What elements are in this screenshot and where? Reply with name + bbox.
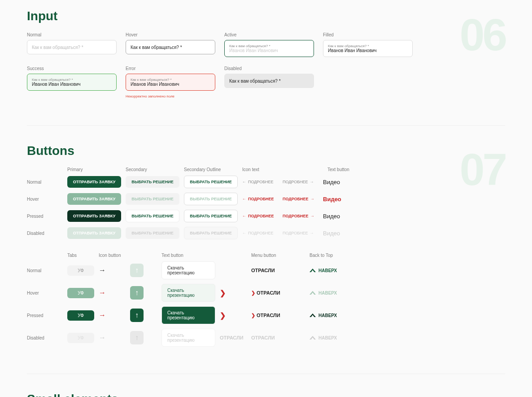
secondary-button[interactable]: ВЫБРАТЬ РЕШЕНИЕ (126, 193, 179, 205)
arrow-icon: → (99, 334, 126, 342)
section-title-input: Input (27, 9, 505, 23)
input-state-label: Normal (27, 32, 117, 37)
input-state-label: Error (126, 66, 215, 71)
section-title-buttons: Buttons (27, 144, 505, 158)
menu-button[interactable]: ОТРАСЛИ (251, 290, 305, 296)
icon-text-left[interactable]: ← ПОДРОБНЕЕ (242, 214, 278, 218)
input-state-label: Filled (323, 32, 413, 37)
icon-text-left[interactable]: ← ПОДРОБНЕЕ (242, 180, 278, 184)
tab-button[interactable]: УФ (67, 310, 94, 321)
tab-button[interactable]: УФ (67, 265, 94, 276)
back-to-top[interactable]: НАВЕРХ (310, 268, 363, 273)
row-label: Normal (27, 180, 63, 185)
section-title-small: Small elements (27, 392, 505, 397)
back-to-top: НАВЕРХ (310, 335, 363, 340)
input-success[interactable]: Как к вам обращаться? *Иванов Иван Ивано… (27, 74, 117, 91)
square-up-button[interactable]: ↑ (130, 286, 144, 300)
menu-button: ОТРАСЛИ (220, 335, 247, 340)
arrow-icon[interactable]: → (99, 311, 126, 319)
chevron-up-icon (310, 336, 316, 340)
col-header-menu: Menu button (251, 253, 305, 258)
row-label: Pressed (27, 214, 63, 219)
col-header-text: Text button (327, 167, 363, 172)
text-button: Видео (323, 230, 359, 237)
menu-chevron-icon: ❯ (220, 311, 247, 320)
icon-text-right: ПОДРОБНЕЕ → (283, 231, 318, 235)
col-header-icon: Icon text (242, 167, 323, 172)
text-button[interactable]: Видео (323, 196, 359, 203)
input-filled[interactable]: Как к вам обращаться? *Иванов Иван Ивано… (323, 40, 413, 57)
back-to-top[interactable]: НАВЕРХ (310, 291, 363, 296)
chevron-up-icon (310, 269, 316, 272)
input-state-label: Disabled (224, 66, 314, 71)
row-label: Disabled (27, 335, 63, 340)
row-label: Hover (27, 291, 63, 296)
row-label: Pressed (27, 313, 63, 318)
download-button[interactable]: Скачать презентацию (161, 261, 215, 279)
row-label: Disabled (27, 231, 63, 236)
section-number: 07 (460, 144, 505, 195)
divider (27, 374, 505, 374)
download-button: Скачать презентацию (161, 329, 215, 347)
square-up-button[interactable]: ↑ (130, 264, 144, 277)
input-active[interactable]: Как к вам обращаться? *Иванов Иван Ивано… (224, 40, 314, 57)
arrow-icon[interactable]: → (99, 289, 126, 297)
col-header-back: Back to Top (310, 253, 363, 258)
divider (27, 125, 505, 126)
input-hover[interactable]: Как к вам обращаться? * (126, 40, 215, 54)
square-up-button[interactable]: ↑ (130, 309, 144, 322)
input-disabled: Как к вам обращаться? * (224, 74, 314, 88)
col-header-textbtn: Text button (161, 253, 215, 258)
icon-text-left[interactable]: ← ПОДРОБНЕЕ (242, 197, 278, 201)
arrow-icon[interactable]: → (99, 266, 126, 274)
input-normal[interactable]: Как к вам обращаться? * (27, 40, 117, 54)
input-error[interactable]: Как к вам обращаться? *Иванов Иван Ивано… (126, 74, 215, 91)
download-button[interactable]: Скачать презентацию (161, 306, 215, 324)
input-error-msg: Некорректно заполнено поле (126, 94, 215, 98)
outline-button[interactable]: ВЫБРАТЬ РЕШЕНИЕ (184, 193, 238, 205)
icon-text-right[interactable]: ПОДРОБНЕЕ → (283, 180, 318, 184)
chevron-up-icon (310, 291, 316, 295)
input-state-label: Active (224, 32, 314, 37)
tab-button: УФ (67, 333, 94, 343)
tab-button[interactable]: УФ (67, 288, 94, 298)
menu-button[interactable]: ОТРАСЛИ (251, 313, 305, 318)
primary-button[interactable]: ОТПРАВИТЬ ЗАЯВКУ (67, 210, 121, 222)
section-input: 06 Input Normal Как к вам обращаться? * … (27, 9, 505, 98)
menu-button: ОТРАСЛИ (251, 335, 305, 340)
section-buttons: 07 Buttons Primary Secondary Secondary O… (27, 144, 505, 347)
primary-button[interactable]: ОТПРАВИТЬ ЗАЯВКУ (67, 193, 121, 205)
text-button[interactable]: Видео (323, 213, 359, 220)
col-header-secondary: Secondary (126, 167, 179, 172)
text-button[interactable]: Видео (323, 179, 359, 185)
primary-button[interactable]: ОТПРАВИТЬ ЗАЯВКУ (67, 176, 121, 188)
menu-button[interactable]: ОТРАСЛИ (251, 268, 305, 273)
icon-text-right[interactable]: ПОДРОБНЕЕ → (283, 197, 318, 201)
secondary-button[interactable]: ВЫБРАТЬ РЕШЕНИЕ (126, 210, 179, 222)
menu-chevron-icon: ❯ (220, 289, 247, 297)
secondary-button: ВЫБРАТЬ РЕШЕНИЕ (126, 227, 179, 239)
outline-button[interactable]: ВЫБРАТЬ РЕШЕНИЕ (184, 176, 238, 188)
col-header-iconbtn: Icon button (99, 253, 126, 258)
row-label: Hover (27, 197, 63, 202)
outline-button: ВЫБРАТЬ РЕШЕНИЕ (184, 227, 238, 239)
chevron-up-icon (310, 313, 316, 317)
square-up-button: ↑ (130, 331, 144, 344)
back-to-top[interactable]: НАВЕРХ (310, 313, 363, 318)
col-header-tabs: Tabs (67, 253, 94, 258)
input-state-label: Hover (126, 32, 215, 37)
col-header-primary: Primary (67, 167, 121, 172)
secondary-button[interactable]: ВЫБРАТЬ РЕШЕНИЕ (126, 176, 179, 188)
download-button[interactable]: Скачать презентацию (161, 284, 215, 302)
icon-text-left: ← ПОДРОБНЕЕ (242, 231, 278, 235)
input-state-label: Success (27, 66, 117, 71)
section-small: 08 Small elements Normal ✕ вк ▶ ✈ ✦ R Ho… (27, 392, 505, 397)
row-label: Normal (27, 268, 63, 273)
outline-button[interactable]: ВЫБРАТЬ РЕШЕНИЕ (184, 210, 238, 222)
primary-button: ОТПРАВИТЬ ЗАЯВКУ (67, 227, 121, 239)
icon-text-right[interactable]: ПОДРОБНЕЕ → (283, 214, 318, 218)
col-header-outline: Secondary Outline (184, 167, 238, 172)
section-number: 08 (460, 392, 505, 397)
